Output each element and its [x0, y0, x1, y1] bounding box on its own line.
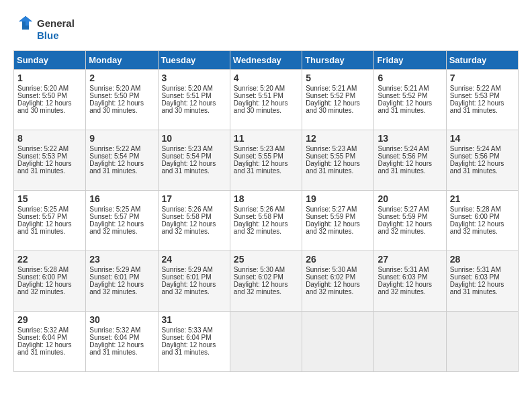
calendar-cell: 12Sunrise: 5:23 AMSunset: 5:55 PMDayligh… [302, 130, 374, 191]
calendar-cell: 21Sunrise: 5:28 AMSunset: 6:00 PMDayligh… [446, 191, 518, 251]
day-number: 8 [17, 133, 82, 144]
day-number: 30 [89, 314, 154, 325]
day-number: 17 [162, 193, 226, 204]
calendar-cell: 27Sunrise: 5:31 AMSunset: 6:03 PMDayligh… [374, 251, 446, 312]
day-number: 20 [378, 193, 442, 204]
day-number: 10 [162, 133, 226, 144]
calendar-cell: 16Sunrise: 5:25 AMSunset: 5:57 PMDayligh… [86, 191, 158, 251]
calendar-cell: 30Sunrise: 5:32 AMSunset: 6:04 PMDayligh… [86, 312, 158, 372]
calendar-table: SundayMondayTuesdayWednesdayThursdayFrid… [13, 50, 519, 372]
calendar-cell [302, 312, 374, 372]
calendar-cell: 2Sunrise: 5:20 AMSunset: 5:50 PMDaylight… [86, 70, 158, 130]
day-number: 9 [89, 133, 154, 144]
calendar-cell: 26Sunrise: 5:30 AMSunset: 6:02 PMDayligh… [302, 251, 374, 312]
calendar-cell: 25Sunrise: 5:30 AMSunset: 6:02 PMDayligh… [230, 251, 302, 312]
svg-marker-3 [19, 16, 32, 26]
week-row-5: 29Sunrise: 5:32 AMSunset: 6:04 PMDayligh… [14, 312, 519, 372]
day-number: 21 [450, 193, 515, 204]
column-header-tuesday: Tuesday [158, 51, 230, 70]
column-header-monday: Monday [86, 51, 158, 70]
day-number: 26 [306, 254, 370, 265]
logo-svg: General Blue [13, 13, 94, 44]
calendar-cell: 19Sunrise: 5:27 AMSunset: 5:59 PMDayligh… [302, 191, 374, 251]
calendar-cell [446, 312, 518, 372]
day-number: 31 [162, 314, 226, 325]
calendar-cell: 23Sunrise: 5:29 AMSunset: 6:01 PMDayligh… [86, 251, 158, 312]
calendar-cell [230, 312, 302, 372]
column-header-sunday: Sunday [14, 51, 86, 70]
day-number: 24 [162, 254, 226, 265]
calendar-cell: 22Sunrise: 5:28 AMSunset: 6:00 PMDayligh… [14, 251, 86, 312]
calendar-cell: 10Sunrise: 5:23 AMSunset: 5:54 PMDayligh… [158, 130, 230, 191]
calendar-cell: 29Sunrise: 5:32 AMSunset: 6:04 PMDayligh… [14, 312, 86, 372]
day-number: 7 [450, 73, 515, 83]
day-number: 4 [234, 73, 298, 83]
column-header-thursday: Thursday [302, 51, 374, 70]
day-number: 2 [89, 73, 154, 83]
logo: General Blue [13, 13, 94, 44]
day-number: 29 [17, 314, 82, 325]
calendar-cell: 20Sunrise: 5:27 AMSunset: 5:59 PMDayligh… [374, 191, 446, 251]
week-row-2: 8Sunrise: 5:22 AMSunset: 5:53 PMDaylight… [14, 130, 519, 191]
day-number: 1 [17, 73, 82, 83]
calendar-cell: 3Sunrise: 5:20 AMSunset: 5:51 PMDaylight… [158, 70, 230, 130]
week-row-3: 15Sunrise: 5:25 AMSunset: 5:57 PMDayligh… [14, 191, 519, 251]
page-header: General Blue [13, 13, 519, 44]
calendar-cell: 5Sunrise: 5:21 AMSunset: 5:52 PMDaylight… [302, 70, 374, 130]
calendar-cell: 24Sunrise: 5:29 AMSunset: 6:01 PMDayligh… [158, 251, 230, 312]
calendar-cell: 15Sunrise: 5:25 AMSunset: 5:57 PMDayligh… [14, 191, 86, 251]
calendar-cell: 1Sunrise: 5:20 AMSunset: 5:50 PMDaylight… [14, 70, 86, 130]
svg-text:Blue: Blue [37, 30, 59, 41]
calendar-cell: 7Sunrise: 5:22 AMSunset: 5:53 PMDaylight… [446, 70, 518, 130]
week-row-1: 1Sunrise: 5:20 AMSunset: 5:50 PMDaylight… [14, 70, 519, 130]
day-number: 12 [306, 133, 370, 144]
day-number: 22 [17, 254, 82, 265]
day-number: 19 [306, 193, 370, 204]
calendar-cell: 8Sunrise: 5:22 AMSunset: 5:53 PMDaylight… [14, 130, 86, 191]
calendar-cell: 14Sunrise: 5:24 AMSunset: 5:56 PMDayligh… [446, 130, 518, 191]
day-number: 6 [378, 73, 442, 83]
column-header-friday: Friday [374, 51, 446, 70]
calendar-cell: 11Sunrise: 5:23 AMSunset: 5:55 PMDayligh… [230, 130, 302, 191]
calendar-cell: 6Sunrise: 5:21 AMSunset: 5:52 PMDaylight… [374, 70, 446, 130]
svg-text:General: General [37, 17, 75, 29]
day-number: 23 [89, 254, 154, 265]
day-number: 15 [17, 193, 82, 204]
calendar-cell [374, 312, 446, 372]
header-row: SundayMondayTuesdayWednesdayThursdayFrid… [14, 51, 519, 70]
column-header-wednesday: Wednesday [230, 51, 302, 70]
day-number: 5 [306, 73, 370, 83]
calendar-cell: 9Sunrise: 5:22 AMSunset: 5:54 PMDaylight… [86, 130, 158, 191]
week-row-4: 22Sunrise: 5:28 AMSunset: 6:00 PMDayligh… [14, 251, 519, 312]
day-number: 27 [378, 254, 442, 265]
day-number: 14 [450, 133, 515, 144]
day-number: 18 [234, 193, 298, 204]
day-number: 28 [450, 254, 515, 265]
day-number: 11 [234, 133, 298, 144]
calendar-cell: 13Sunrise: 5:24 AMSunset: 5:56 PMDayligh… [374, 130, 446, 191]
calendar-cell: 4Sunrise: 5:20 AMSunset: 5:51 PMDaylight… [230, 70, 302, 130]
calendar-cell: 17Sunrise: 5:26 AMSunset: 5:58 PMDayligh… [158, 191, 230, 251]
calendar-cell: 31Sunrise: 5:33 AMSunset: 6:04 PMDayligh… [158, 312, 230, 372]
calendar-cell: 28Sunrise: 5:31 AMSunset: 6:03 PMDayligh… [446, 251, 518, 312]
day-number: 25 [234, 254, 298, 265]
day-number: 16 [89, 193, 154, 204]
column-header-saturday: Saturday [446, 51, 518, 70]
day-number: 3 [162, 73, 226, 83]
calendar-cell: 18Sunrise: 5:26 AMSunset: 5:58 PMDayligh… [230, 191, 302, 251]
day-number: 13 [378, 133, 442, 144]
